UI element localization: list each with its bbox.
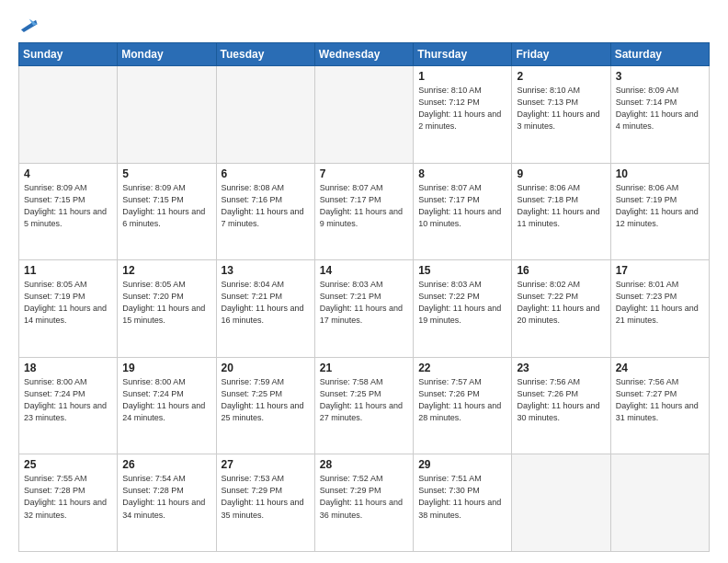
day-number: 10 bbox=[616, 167, 704, 180]
day-number: 22 bbox=[418, 362, 506, 374]
calendar-header-row: SundayMondayTuesdayWednesdayThursdayFrid… bbox=[19, 43, 710, 66]
day-info: Sunrise: 8:01 AM Sunset: 7:23 PM Dayligh… bbox=[616, 279, 704, 327]
calendar-cell bbox=[216, 66, 314, 164]
calendar-week-5: 25Sunrise: 7:55 AM Sunset: 7:28 PM Dayli… bbox=[19, 454, 710, 552]
header bbox=[18, 15, 710, 35]
day-number: 11 bbox=[24, 264, 112, 277]
calendar-cell: 7Sunrise: 8:07 AM Sunset: 7:17 PM Daylig… bbox=[314, 163, 413, 260]
calendar-cell bbox=[314, 66, 413, 164]
calendar-week-1: 1Sunrise: 8:10 AM Sunset: 7:12 PM Daylig… bbox=[19, 66, 710, 164]
calendar-cell: 11Sunrise: 8:05 AM Sunset: 7:19 PM Dayli… bbox=[19, 260, 118, 358]
calendar-cell: 19Sunrise: 8:00 AM Sunset: 7:24 PM Dayli… bbox=[118, 357, 216, 454]
day-info: Sunrise: 8:00 AM Sunset: 7:24 PM Dayligh… bbox=[122, 376, 210, 424]
logo-icon bbox=[18, 15, 39, 35]
calendar-cell: 27Sunrise: 7:53 AM Sunset: 7:29 PM Dayli… bbox=[216, 454, 314, 552]
day-number: 8 bbox=[418, 167, 506, 180]
day-number: 3 bbox=[616, 70, 704, 83]
day-info: Sunrise: 8:09 AM Sunset: 7:15 PM Dayligh… bbox=[122, 182, 210, 230]
day-info: Sunrise: 8:08 AM Sunset: 7:16 PM Dayligh… bbox=[222, 182, 310, 230]
day-info: Sunrise: 8:00 AM Sunset: 7:24 PM Dayligh… bbox=[24, 376, 112, 424]
day-info: Sunrise: 8:09 AM Sunset: 7:14 PM Dayligh… bbox=[616, 85, 704, 132]
calendar-cell: 9Sunrise: 8:06 AM Sunset: 7:18 PM Daylig… bbox=[512, 163, 610, 260]
day-number: 6 bbox=[222, 167, 310, 180]
day-number: 16 bbox=[517, 264, 605, 277]
day-number: 21 bbox=[320, 362, 408, 374]
day-info: Sunrise: 8:07 AM Sunset: 7:17 PM Dayligh… bbox=[418, 182, 506, 230]
day-number: 26 bbox=[122, 458, 210, 471]
col-header-friday: Friday bbox=[512, 43, 610, 66]
day-number: 23 bbox=[517, 362, 605, 374]
calendar-cell bbox=[610, 454, 709, 552]
day-number: 4 bbox=[24, 167, 112, 180]
calendar-cell: 12Sunrise: 8:05 AM Sunset: 7:20 PM Dayli… bbox=[118, 260, 216, 358]
day-info: Sunrise: 7:56 AM Sunset: 7:27 PM Dayligh… bbox=[616, 376, 704, 424]
calendar-cell: 3Sunrise: 8:09 AM Sunset: 7:14 PM Daylig… bbox=[610, 66, 709, 164]
day-info: Sunrise: 7:59 AM Sunset: 7:25 PM Dayligh… bbox=[222, 376, 310, 424]
calendar-cell: 1Sunrise: 8:10 AM Sunset: 7:12 PM Daylig… bbox=[414, 66, 512, 164]
calendar-cell: 10Sunrise: 8:06 AM Sunset: 7:19 PM Dayli… bbox=[610, 163, 709, 260]
day-number: 5 bbox=[122, 167, 210, 180]
day-number: 29 bbox=[418, 458, 506, 471]
day-info: Sunrise: 7:58 AM Sunset: 7:25 PM Dayligh… bbox=[320, 376, 408, 424]
col-header-saturday: Saturday bbox=[610, 43, 709, 66]
day-number: 17 bbox=[616, 264, 704, 277]
col-header-wednesday: Wednesday bbox=[314, 43, 413, 66]
day-number: 27 bbox=[222, 458, 310, 471]
calendar-cell: 20Sunrise: 7:59 AM Sunset: 7:25 PM Dayli… bbox=[216, 357, 314, 454]
day-info: Sunrise: 7:56 AM Sunset: 7:26 PM Dayligh… bbox=[517, 376, 605, 424]
svg-marker-0 bbox=[21, 20, 38, 32]
calendar-cell: 6Sunrise: 8:08 AM Sunset: 7:16 PM Daylig… bbox=[216, 163, 314, 260]
calendar-cell: 26Sunrise: 7:54 AM Sunset: 7:28 PM Dayli… bbox=[118, 454, 216, 552]
calendar-cell: 25Sunrise: 7:55 AM Sunset: 7:28 PM Dayli… bbox=[19, 454, 118, 552]
calendar-cell: 28Sunrise: 7:52 AM Sunset: 7:29 PM Dayli… bbox=[314, 454, 413, 552]
day-info: Sunrise: 8:07 AM Sunset: 7:17 PM Dayligh… bbox=[320, 182, 408, 230]
calendar-cell: 5Sunrise: 8:09 AM Sunset: 7:15 PM Daylig… bbox=[118, 163, 216, 260]
day-number: 14 bbox=[320, 264, 408, 277]
day-number: 13 bbox=[222, 264, 310, 277]
calendar-week-3: 11Sunrise: 8:05 AM Sunset: 7:19 PM Dayli… bbox=[19, 260, 710, 358]
day-info: Sunrise: 8:05 AM Sunset: 7:20 PM Dayligh… bbox=[122, 279, 210, 327]
day-info: Sunrise: 7:54 AM Sunset: 7:28 PM Dayligh… bbox=[122, 473, 210, 521]
calendar-cell: 24Sunrise: 7:56 AM Sunset: 7:27 PM Dayli… bbox=[610, 357, 709, 454]
day-info: Sunrise: 7:51 AM Sunset: 7:30 PM Dayligh… bbox=[418, 473, 506, 521]
calendar-table: SundayMondayTuesdayWednesdayThursdayFrid… bbox=[18, 42, 710, 552]
day-number: 12 bbox=[122, 264, 210, 277]
calendar-cell bbox=[19, 66, 118, 164]
day-number: 25 bbox=[24, 458, 112, 471]
calendar-cell: 4Sunrise: 8:09 AM Sunset: 7:15 PM Daylig… bbox=[19, 163, 118, 260]
calendar-cell bbox=[118, 66, 216, 164]
col-header-thursday: Thursday bbox=[414, 43, 512, 66]
calendar-cell: 23Sunrise: 7:56 AM Sunset: 7:26 PM Dayli… bbox=[512, 357, 610, 454]
day-number: 1 bbox=[418, 70, 506, 83]
calendar-week-2: 4Sunrise: 8:09 AM Sunset: 7:15 PM Daylig… bbox=[19, 163, 710, 260]
calendar-cell: 22Sunrise: 7:57 AM Sunset: 7:26 PM Dayli… bbox=[414, 357, 512, 454]
day-number: 2 bbox=[517, 70, 605, 83]
day-info: Sunrise: 7:53 AM Sunset: 7:29 PM Dayligh… bbox=[222, 473, 310, 521]
calendar-cell: 2Sunrise: 8:10 AM Sunset: 7:13 PM Daylig… bbox=[512, 66, 610, 164]
day-number: 9 bbox=[517, 167, 605, 180]
calendar-cell bbox=[512, 454, 610, 552]
calendar-cell: 29Sunrise: 7:51 AM Sunset: 7:30 PM Dayli… bbox=[414, 454, 512, 552]
day-info: Sunrise: 8:04 AM Sunset: 7:21 PM Dayligh… bbox=[222, 279, 310, 327]
calendar-cell: 8Sunrise: 8:07 AM Sunset: 7:17 PM Daylig… bbox=[414, 163, 512, 260]
calendar-cell: 18Sunrise: 8:00 AM Sunset: 7:24 PM Dayli… bbox=[19, 357, 118, 454]
col-header-sunday: Sunday bbox=[19, 43, 118, 66]
day-info: Sunrise: 7:55 AM Sunset: 7:28 PM Dayligh… bbox=[24, 473, 112, 521]
calendar-cell: 17Sunrise: 8:01 AM Sunset: 7:23 PM Dayli… bbox=[610, 260, 709, 358]
col-header-monday: Monday bbox=[118, 43, 216, 66]
day-info: Sunrise: 8:06 AM Sunset: 7:19 PM Dayligh… bbox=[616, 182, 704, 230]
page: SundayMondayTuesdayWednesdayThursdayFrid… bbox=[0, 0, 728, 563]
calendar-cell: 16Sunrise: 8:02 AM Sunset: 7:22 PM Dayli… bbox=[512, 260, 610, 358]
day-number: 24 bbox=[616, 362, 704, 374]
col-header-tuesday: Tuesday bbox=[216, 43, 314, 66]
day-number: 15 bbox=[418, 264, 506, 277]
day-info: Sunrise: 8:03 AM Sunset: 7:21 PM Dayligh… bbox=[320, 279, 408, 327]
day-info: Sunrise: 8:10 AM Sunset: 7:13 PM Dayligh… bbox=[517, 85, 605, 132]
day-number: 19 bbox=[122, 362, 210, 374]
day-number: 20 bbox=[222, 362, 310, 374]
day-number: 28 bbox=[320, 458, 408, 471]
calendar-cell: 14Sunrise: 8:03 AM Sunset: 7:21 PM Dayli… bbox=[314, 260, 413, 358]
day-info: Sunrise: 8:10 AM Sunset: 7:12 PM Dayligh… bbox=[418, 85, 506, 132]
day-number: 7 bbox=[320, 167, 408, 180]
day-info: Sunrise: 8:02 AM Sunset: 7:22 PM Dayligh… bbox=[517, 279, 605, 327]
